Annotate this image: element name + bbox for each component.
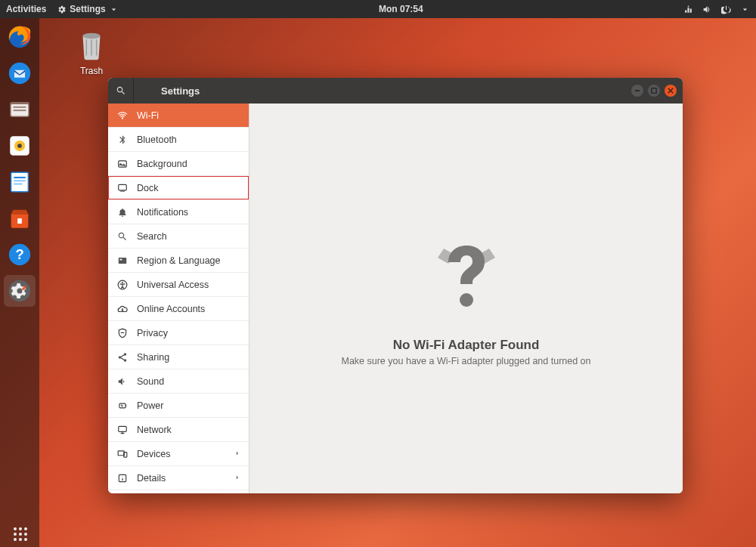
top-bar: Activities Settings Mon 07:54: [0, 0, 756, 18]
sidebar-item-label: Universal Access: [137, 280, 209, 290]
dropdown-arrow-icon: [740, 5, 750, 14]
sidebar-item-label: Details: [137, 473, 166, 484]
chevron-right-icon: [234, 449, 241, 459]
network-icon: [117, 425, 128, 435]
svg-point-18: [83, 33, 101, 39]
svg-point-8: [17, 144, 22, 148]
window-minimize-button[interactable]: [631, 85, 643, 97]
sidebar-item-details[interactable]: Details: [108, 466, 249, 490]
sidebar-item-dock[interactable]: Dock: [108, 176, 249, 200]
sidebar-item-universal-access[interactable]: Universal Access: [108, 273, 249, 297]
wifi-icon: [117, 110, 128, 121]
sidebar-item-label: Sound: [137, 376, 164, 387]
content-subtext: Make sure you have a Wi-Fi adapter plugg…: [341, 356, 590, 366]
app-menu[interactable]: Settings: [57, 4, 118, 14]
dock-ubuntu-software[interactable]: [4, 202, 36, 234]
settings-window: Settings Wi-Fi Bluetooth Background: [108, 78, 683, 493]
close-icon: [668, 88, 674, 94]
thunderbird-icon: [7, 60, 33, 86]
sidebar-item-devices[interactable]: Devices: [108, 442, 249, 466]
sidebar-item-label: Wi-Fi: [137, 110, 159, 121]
firefox-icon: [7, 24, 33, 50]
sidebar-item-search[interactable]: Search: [108, 224, 249, 249]
svg-rect-22: [119, 184, 127, 190]
sidebar-item-network[interactable]: Network: [108, 418, 249, 442]
settings-gear-icon: [57, 5, 67, 14]
sidebar-item-privacy[interactable]: Privacy: [108, 321, 249, 345]
clock[interactable]: Mon 07:54: [119, 4, 683, 14]
trash-icon: [74, 27, 109, 62]
system-status-area[interactable]: [683, 5, 750, 14]
sidebar-item-background[interactable]: Background: [108, 152, 249, 176]
window-titlebar[interactable]: Settings: [108, 78, 683, 104]
volume-icon: [702, 5, 712, 14]
svg-text:?: ?: [15, 246, 23, 262]
sidebar-item-wifi[interactable]: Wi-Fi: [108, 104, 249, 128]
window-title: Settings: [134, 85, 631, 97]
sidebar-search-button[interactable]: [108, 78, 134, 104]
desktop-trash[interactable]: Trash: [65, 27, 118, 76]
dropdown-arrow-icon: [109, 5, 119, 14]
content-heading: No Wi-Fi Adapter Found: [393, 338, 540, 353]
share-icon: [117, 352, 128, 363]
svg-point-30: [124, 359, 127, 362]
dock-files[interactable]: [4, 94, 36, 125]
background-icon: [117, 159, 128, 169]
svg-rect-24: [119, 257, 127, 263]
svg-rect-33: [119, 426, 127, 431]
sidebar-item-power[interactable]: Power: [108, 394, 249, 418]
network-icon: [683, 5, 693, 14]
svg-rect-25: [120, 258, 122, 260]
dock-rhythmbox[interactable]: [4, 130, 36, 162]
minimize-icon: [634, 88, 640, 94]
svg-rect-12: [14, 180, 26, 181]
dock-firefox[interactable]: [4, 21, 36, 53]
bluetooth-icon: [117, 134, 128, 145]
window-close-button[interactable]: [665, 85, 677, 97]
sidebar-item-label: Background: [137, 159, 187, 169]
svg-rect-5: [14, 110, 26, 111]
svg-rect-21: [119, 160, 127, 166]
devices-icon: [117, 449, 128, 459]
settings-sidebar: Wi-Fi Bluetooth Background Dock Notifica…: [108, 104, 249, 493]
svg-rect-11: [14, 177, 26, 178]
show-applications-button[interactable]: [14, 527, 27, 541]
svg-point-29: [119, 356, 122, 359]
bell-icon: [117, 207, 128, 218]
sidebar-item-sharing[interactable]: Sharing: [108, 345, 249, 369]
sidebar-item-sound[interactable]: Sound: [108, 369, 249, 394]
dock-help[interactable]: ?: [4, 239, 36, 270]
svg-point-37: [460, 293, 473, 307]
dock: ?: [0, 18, 39, 547]
settings-app-icon: [7, 278, 33, 304]
sidebar-item-label: Devices: [137, 449, 170, 459]
sidebar-item-notifications[interactable]: Notifications: [108, 200, 249, 224]
dock-thunderbird[interactable]: [4, 57, 36, 89]
sidebar-item-label: Sharing: [137, 352, 169, 363]
sound-icon: [117, 376, 128, 387]
ubuntu-software-icon: [7, 206, 33, 231]
svg-rect-14: [17, 218, 22, 224]
rhythmbox-icon: [7, 133, 33, 159]
desktop-trash-label: Trash: [65, 66, 118, 76]
maximize-icon: [651, 88, 657, 94]
power-icon: [117, 400, 128, 411]
sidebar-item-label: Dock: [137, 183, 158, 193]
dock-settings[interactable]: [4, 275, 36, 307]
sidebar-item-region-language[interactable]: Region & Language: [108, 249, 249, 273]
details-icon: [117, 473, 128, 484]
activities-button[interactable]: Activities: [6, 4, 46, 14]
settings-content-pane: No Wi-Fi Adapter Found Make sure you hav…: [249, 104, 683, 493]
svg-rect-19: [635, 90, 640, 91]
svg-point-27: [122, 281, 123, 283]
sidebar-item-bluetooth[interactable]: Bluetooth: [108, 128, 249, 152]
sidebar-item-label: Privacy: [137, 328, 168, 338]
chevron-right-icon: [234, 473, 241, 484]
svg-rect-34: [118, 450, 124, 455]
sidebar-item-online-accounts[interactable]: Online Accounts: [108, 297, 249, 321]
cloud-icon: [117, 304, 128, 314]
svg-rect-13: [14, 183, 22, 184]
libreoffice-writer-icon: [7, 169, 33, 195]
dock-libreoffice-writer[interactable]: [4, 166, 36, 198]
window-maximize-button[interactable]: [648, 85, 660, 97]
